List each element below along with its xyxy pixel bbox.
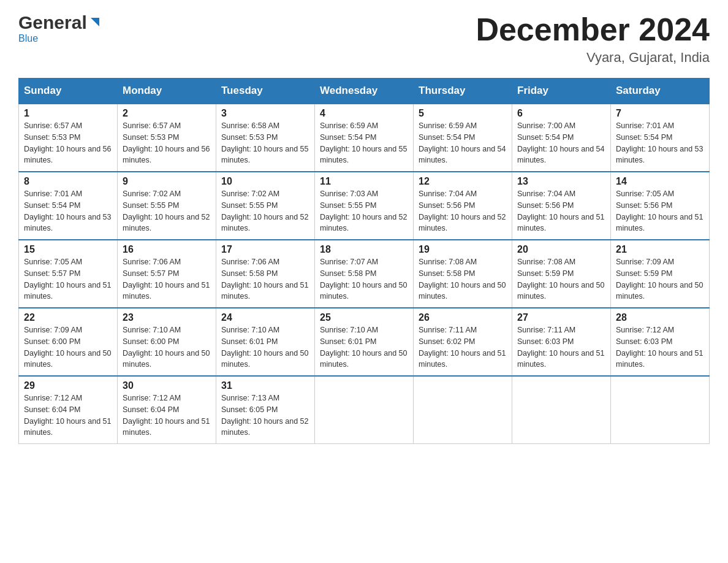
day-number: 28 [616,312,704,323]
month-title: December 2024 [476,12,710,47]
day-number: 19 [419,244,507,255]
calendar-cell: 23 Sunrise: 7:10 AMSunset: 6:00 PMDaylig… [118,308,216,376]
calendar-cell: 6 Sunrise: 7:00 AMSunset: 5:54 PMDayligh… [512,104,611,172]
header-title-block: December 2024 Vyara, Gujarat, India [476,12,710,66]
day-number: 6 [517,108,605,119]
header-tuesday: Tuesday [216,79,315,104]
day-number: 24 [221,312,309,323]
day-number: 15 [24,244,112,255]
day-info: Sunrise: 7:04 AMSunset: 5:56 PMDaylight:… [517,188,605,234]
day-number: 2 [123,108,211,119]
week-row-2: 8 Sunrise: 7:01 AMSunset: 5:54 PMDayligh… [19,172,710,240]
day-number: 10 [221,176,309,187]
calendar-cell: 21 Sunrise: 7:09 AMSunset: 5:59 PMDaylig… [611,240,710,308]
day-number: 9 [123,176,211,187]
calendar-cell [315,376,414,444]
calendar-cell: 3 Sunrise: 6:58 AMSunset: 5:53 PMDayligh… [216,104,315,172]
day-number: 26 [419,312,507,323]
day-info: Sunrise: 7:09 AMSunset: 6:00 PMDaylight:… [24,324,112,370]
week-row-3: 15 Sunrise: 7:05 AMSunset: 5:57 PMDaylig… [19,240,710,308]
calendar-cell: 28 Sunrise: 7:12 AMSunset: 6:03 PMDaylig… [611,308,710,376]
day-number: 17 [221,244,309,255]
calendar-cell: 13 Sunrise: 7:04 AMSunset: 5:56 PMDaylig… [512,172,611,240]
day-info: Sunrise: 7:11 AMSunset: 6:03 PMDaylight:… [517,324,605,370]
day-info: Sunrise: 7:05 AMSunset: 5:57 PMDaylight:… [24,256,112,302]
day-number: 27 [517,312,605,323]
day-number: 12 [419,176,507,187]
day-number: 5 [419,108,507,119]
header-wednesday: Wednesday [315,79,414,104]
day-info: Sunrise: 7:06 AMSunset: 5:58 PMDaylight:… [221,256,309,302]
day-number: 31 [221,380,309,391]
header-monday: Monday [118,79,216,104]
day-info: Sunrise: 7:01 AMSunset: 5:54 PMDaylight:… [616,120,704,166]
day-info: Sunrise: 7:09 AMSunset: 5:59 PMDaylight:… [616,256,704,302]
day-info: Sunrise: 7:03 AMSunset: 5:55 PMDaylight:… [320,188,408,234]
calendar-cell [611,376,710,444]
week-row-1: 1 Sunrise: 6:57 AMSunset: 5:53 PMDayligh… [19,104,710,172]
header-friday: Friday [512,79,611,104]
calendar-cell: 29 Sunrise: 7:12 AMSunset: 6:04 PMDaylig… [19,376,118,444]
logo-arrow-icon [88,12,102,33]
day-info: Sunrise: 7:00 AMSunset: 5:54 PMDaylight:… [517,120,605,166]
calendar-cell: 10 Sunrise: 7:02 AMSunset: 5:55 PMDaylig… [216,172,315,240]
day-number: 23 [123,312,211,323]
calendar-cell: 20 Sunrise: 7:08 AMSunset: 5:59 PMDaylig… [512,240,611,308]
day-info: Sunrise: 7:02 AMSunset: 5:55 PMDaylight:… [221,188,309,234]
day-info: Sunrise: 7:02 AMSunset: 5:55 PMDaylight:… [123,188,211,234]
calendar-cell: 11 Sunrise: 7:03 AMSunset: 5:55 PMDaylig… [315,172,414,240]
day-info: Sunrise: 7:08 AMSunset: 5:59 PMDaylight:… [517,256,605,302]
day-number: 13 [517,176,605,187]
day-number: 29 [24,380,112,391]
weekday-header-row: Sunday Monday Tuesday Wednesday Thursday… [19,79,710,104]
day-number: 4 [320,108,408,119]
day-number: 16 [123,244,211,255]
calendar-cell: 5 Sunrise: 6:59 AMSunset: 5:54 PMDayligh… [414,104,512,172]
week-row-4: 22 Sunrise: 7:09 AMSunset: 6:00 PMDaylig… [19,308,710,376]
calendar-cell: 1 Sunrise: 6:57 AMSunset: 5:53 PMDayligh… [19,104,118,172]
day-info: Sunrise: 7:12 AMSunset: 6:03 PMDaylight:… [616,324,704,370]
day-info: Sunrise: 7:01 AMSunset: 5:54 PMDaylight:… [24,188,112,234]
day-number: 8 [24,176,112,187]
calendar-cell: 8 Sunrise: 7:01 AMSunset: 5:54 PMDayligh… [19,172,118,240]
calendar-cell: 30 Sunrise: 7:12 AMSunset: 6:04 PMDaylig… [118,376,216,444]
day-info: Sunrise: 7:08 AMSunset: 5:58 PMDaylight:… [419,256,507,302]
day-number: 7 [616,108,704,119]
calendar-cell: 27 Sunrise: 7:11 AMSunset: 6:03 PMDaylig… [512,308,611,376]
day-number: 25 [320,312,408,323]
day-info: Sunrise: 6:57 AMSunset: 5:53 PMDaylight:… [123,120,211,166]
calendar-cell: 19 Sunrise: 7:08 AMSunset: 5:58 PMDaylig… [414,240,512,308]
day-info: Sunrise: 7:04 AMSunset: 5:56 PMDaylight:… [419,188,507,234]
day-number: 1 [24,108,112,119]
calendar-cell: 12 Sunrise: 7:04 AMSunset: 5:56 PMDaylig… [414,172,512,240]
header-thursday: Thursday [414,79,512,104]
calendar-cell: 18 Sunrise: 7:07 AMSunset: 5:58 PMDaylig… [315,240,414,308]
day-info: Sunrise: 7:13 AMSunset: 6:05 PMDaylight:… [221,393,309,439]
day-number: 18 [320,244,408,255]
calendar-cell: 26 Sunrise: 7:11 AMSunset: 6:02 PMDaylig… [414,308,512,376]
day-info: Sunrise: 6:59 AMSunset: 5:54 PMDaylight:… [419,120,507,166]
svg-marker-0 [91,18,99,26]
calendar-cell [512,376,611,444]
day-info: Sunrise: 7:07 AMSunset: 5:58 PMDaylight:… [320,256,408,302]
day-info: Sunrise: 6:59 AMSunset: 5:54 PMDaylight:… [320,120,408,166]
day-info: Sunrise: 7:12 AMSunset: 6:04 PMDaylight:… [123,393,211,439]
calendar-cell: 15 Sunrise: 7:05 AMSunset: 5:57 PMDaylig… [19,240,118,308]
logo-blue-text: Blue [18,33,38,44]
day-number: 22 [24,312,112,323]
day-number: 21 [616,244,704,255]
header-saturday: Saturday [611,79,710,104]
calendar-cell: 7 Sunrise: 7:01 AMSunset: 5:54 PMDayligh… [611,104,710,172]
calendar-cell [414,376,512,444]
day-info: Sunrise: 7:10 AMSunset: 6:01 PMDaylight:… [221,324,309,370]
week-row-5: 29 Sunrise: 7:12 AMSunset: 6:04 PMDaylig… [19,376,710,444]
calendar-cell: 16 Sunrise: 7:06 AMSunset: 5:57 PMDaylig… [118,240,216,308]
day-info: Sunrise: 6:57 AMSunset: 5:53 PMDaylight:… [24,120,112,166]
day-info: Sunrise: 7:06 AMSunset: 5:57 PMDaylight:… [123,256,211,302]
day-info: Sunrise: 7:10 AMSunset: 6:00 PMDaylight:… [123,324,211,370]
day-info: Sunrise: 6:58 AMSunset: 5:53 PMDaylight:… [221,120,309,166]
location-text: Vyara, Gujarat, India [476,50,710,66]
day-info: Sunrise: 7:12 AMSunset: 6:04 PMDaylight:… [24,393,112,439]
calendar-cell: 9 Sunrise: 7:02 AMSunset: 5:55 PMDayligh… [118,172,216,240]
logo: General Blue [18,12,102,44]
